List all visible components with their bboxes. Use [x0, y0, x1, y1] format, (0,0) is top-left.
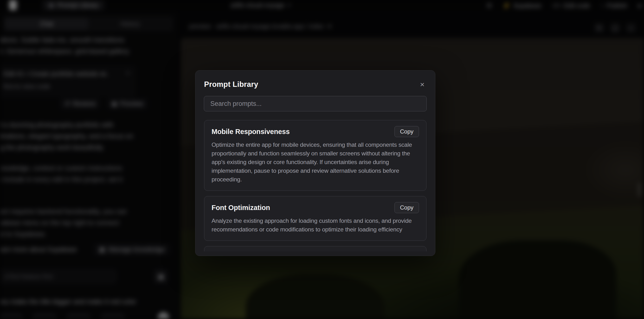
prompt-library-modal: Prompt Library × Mobile Responsiveness C… — [195, 70, 435, 256]
copy-button[interactable]: Copy — [394, 126, 419, 137]
prompt-card-mobile-responsiveness: Mobile Responsiveness Copy Optimize the … — [204, 120, 426, 191]
prompt-body: Analyze the existing approach for loadin… — [212, 216, 419, 234]
prompt-body: Optimize the entire app for mobile devic… — [212, 140, 419, 184]
modal-title: Prompt Library — [204, 80, 258, 88]
search-input[interactable] — [204, 96, 427, 112]
prompt-card-font-optimization: Font Optimization Copy Analyze the exist… — [204, 196, 426, 241]
prompt-title: Font Optimization — [212, 204, 270, 212]
modal-header: Prompt Library × — [196, 70, 435, 89]
copy-button[interactable]: Copy — [394, 202, 419, 213]
prompt-title: Mobile Responsiveness — [212, 128, 290, 136]
close-icon[interactable]: × — [420, 80, 424, 88]
prompt-list: Mobile Responsiveness Copy Optimize the … — [204, 120, 426, 252]
prompt-card-partial[interactable] — [204, 246, 426, 252]
